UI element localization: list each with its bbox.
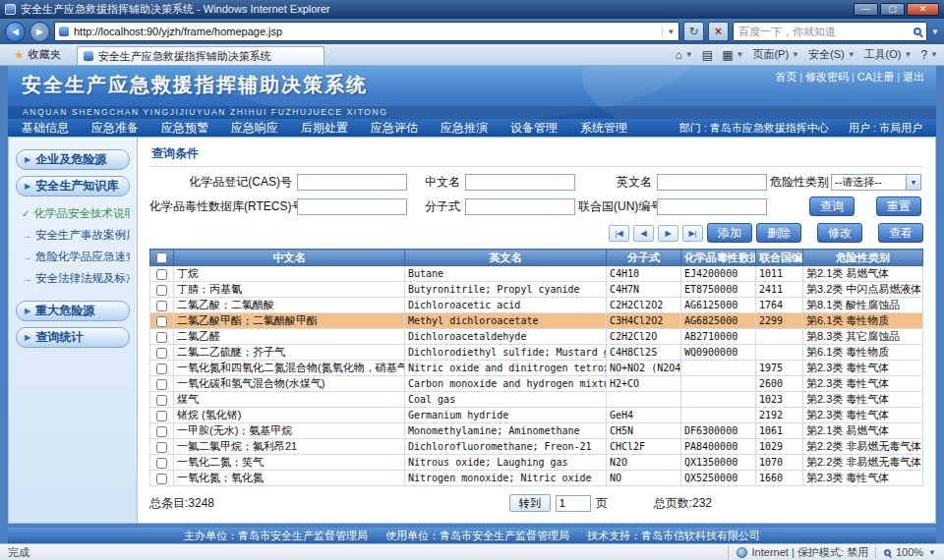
goto-page-button[interactable]: 转到 [509,494,551,512]
en-name-input[interactable] [657,174,767,191]
table-cell: 锗烷 (氢化锗) [174,408,405,423]
sidebar-item-accident-cases[interactable]: → 安全生产事故案例库 [22,228,130,243]
row-checkbox[interactable] [156,332,167,343]
maximize-button[interactable]: ▢ [880,3,905,16]
sidebar-group-enterprise[interactable]: ▶ 企业及危险源 [16,149,130,170]
feeds-button[interactable]: ▤ [702,48,713,62]
search-dropdown-icon[interactable]: ▼ [931,28,939,36]
row-checkbox[interactable] [156,411,167,421]
table-row[interactable]: 二氯乙酸甲酯；二氯醋酸甲酯Methyl dichloroacetateC3H4C… [150,313,923,329]
nav-item[interactable]: 应急响应 [231,120,278,137]
nav-item[interactable]: 应急准备 [91,120,139,137]
search-button[interactable]: 查询 [809,196,855,216]
table-row[interactable]: 丁烷ButaneC4H10EJ42000001011第2.1类 易燃气体 [150,266,923,282]
add-button[interactable]: 添加 [707,223,752,243]
column-header[interactable]: 分子式 [607,250,681,266]
column-header[interactable]: 化学品毒性数据… [681,250,756,266]
column-header[interactable]: 英文名 [405,250,607,266]
table-row[interactable]: 一氧化二氮；笑气Nitrous oxide; Laughing gasN2OQX… [150,455,923,471]
page-menu[interactable]: 页面(P)▼ [752,47,799,62]
table-row[interactable]: 一氧化氮；氧化氮Nitrogen monoxide; Nitric oxideN… [150,471,923,486]
view-button[interactable]: 查看 [878,223,923,243]
sidebar-group-statistics[interactable]: ▶ 查询统计 [16,327,130,348]
row-checkbox[interactable] [156,426,167,437]
row-checkbox[interactable] [156,379,167,390]
table-row[interactable]: 二氯乙醛DichloroacetaldehydeC2H2Cl2OAB271000… [150,329,923,345]
sidebar-item-quick-reference[interactable]: → 危险化学品应急速查手... [22,250,130,264]
forward-button[interactable]: ► [30,22,50,42]
tools-menu[interactable]: 工具(O)▼ [864,47,913,62]
first-page-button[interactable]: |◀ [609,225,629,242]
table-cell: Methyl dichloroacetate [405,313,607,329]
row-checkbox[interactable] [156,442,167,453]
row-checkbox[interactable] [156,474,167,484]
nav-item[interactable]: 后期处置 [301,120,348,137]
row-checkbox[interactable] [156,316,167,327]
help-menu[interactable]: ?▼ [920,48,938,62]
reset-button[interactable]: 重置 [876,196,921,216]
row-checkbox[interactable] [156,285,167,296]
rtecs-input[interactable] [297,198,407,215]
row-checkbox[interactable] [156,364,167,374]
column-header[interactable]: 联合国编号 [756,250,803,266]
next-page-button[interactable]: ▶ [658,225,678,242]
refresh-button[interactable]: ↻ [683,22,704,41]
header-link[interactable]: 首页 [775,71,796,83]
last-page-button[interactable]: ▶| [682,225,703,242]
page-number-input[interactable] [556,495,591,512]
header-link[interactable]: 退出 [903,71,924,83]
sidebar-group-major-hazard[interactable]: ▶ 重大危险源 [16,301,130,321]
sidebar-item-chemical-msds[interactable]: ✓ 化学品安全技术说明书 [22,206,130,221]
browser-tab[interactable]: 安全生产应急救援指挥辅助决策系统 [77,46,324,65]
table-row[interactable]: 二氯二乙硫醚；芥子气Dichlorodiethyl sulfide; Musta… [150,345,923,361]
select-all-checkbox[interactable] [156,252,167,263]
favorites-button[interactable]: ★ 收藏夹 [6,45,69,65]
table-row[interactable]: 一氧化碳和氢气混合物(水煤气)Carbon monoxide and hydro… [150,376,923,392]
cn-name-input[interactable] [465,174,575,191]
header-link[interactable]: CA注册 [857,71,894,83]
table-row[interactable]: 一甲胺(无水)；氨基甲烷Monomethylamine; Aminomethan… [150,423,923,439]
minimize-button[interactable]: — [854,3,878,16]
sidebar-group-knowledge[interactable]: ▶ 安全生产知识库 [16,176,130,196]
delete-button[interactable]: 删除 [756,223,801,243]
formula-input[interactable] [465,198,575,215]
table-row[interactable]: 二氯乙酸；二氯醋酸Dichloroacetic acidC2H2Cl2O2AG6… [150,298,923,313]
column-header[interactable]: 中文名 [174,250,405,266]
close-button[interactable]: ✕ [907,3,939,16]
row-checkbox[interactable] [156,301,167,311]
table-row[interactable]: 丁腈；丙基氰Butyronitrile; Propyl cyanideC4H7N… [150,282,923,298]
nav-item[interactable]: 系统管理 [580,120,627,137]
row-checkbox[interactable] [156,348,167,359]
stop-button[interactable]: × [708,22,729,41]
row-checkbox[interactable] [156,395,167,406]
nav-item[interactable]: 应急预警 [161,120,208,137]
nav-item[interactable]: 基础信息 [22,120,69,137]
table-row[interactable]: 一氧化氮和四氧化二氮混合物(氮氧化物，硝基气，氧化氮气体)Nitric oxid… [150,361,923,376]
un-number-input[interactable] [657,198,767,215]
hazard-class-select[interactable]: --请选择-- ▼ [831,174,921,191]
nav-item[interactable]: 应急评估 [371,120,418,137]
modify-button[interactable]: 修改 [817,223,862,243]
table-row[interactable]: 锗烷 (氢化锗)Germanium hydrideGeH42192第2.3类 毒… [150,408,923,423]
column-header[interactable]: 危险性类别 [803,250,923,266]
prev-page-button[interactable]: ◀ [633,225,654,242]
row-checkbox[interactable] [156,269,167,280]
nav-item[interactable]: 应急推演 [441,120,488,137]
zoom-control[interactable]: 100% ▼ [875,546,936,558]
table-cell [681,408,756,423]
cas-input[interactable] [297,174,407,191]
table-row[interactable]: 一氟二氯甲烷；氟利昂21Dichlorofluoromethane; Freon… [150,439,923,455]
print-button[interactable]: ▦▼ [722,48,743,62]
sidebar-item-laws-standards[interactable]: → 安全法律法规及标准库 [22,271,130,286]
back-button[interactable]: ◄ [5,22,26,42]
address-bar[interactable]: http://localhost:90/yjzh/frame/homepage.… [54,22,679,41]
safety-menu[interactable]: 安全(S)▼ [808,47,856,62]
address-dropdown-icon[interactable]: ▼ [662,28,675,36]
header-link[interactable]: 修改密码 [805,71,849,83]
home-button[interactable]: ⌂▼ [676,48,693,62]
nav-item[interactable]: 设备管理 [510,120,558,137]
search-box[interactable]: 百度一下，你就知道 [733,22,927,41]
search-icon[interactable] [914,28,921,35]
table-row[interactable]: 煤气Coal gas1023第2.3类 毒性气体 [150,392,923,408]
row-checkbox[interactable] [156,458,167,469]
